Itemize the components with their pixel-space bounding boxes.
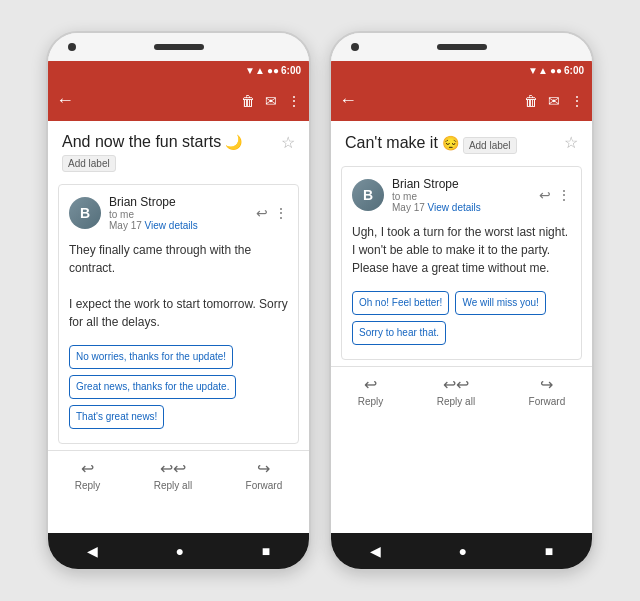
archive-button-1[interactable]: ✉ xyxy=(265,93,277,109)
nav-back-2[interactable]: ◀ xyxy=(370,543,381,559)
nav-recents-1[interactable]: ■ xyxy=(262,543,270,559)
reply-all-icon-1: ↩↩ xyxy=(160,459,186,478)
reply-all-label-1: Reply all xyxy=(154,480,192,491)
message-body-2: Ugh, I took a turn for the worst last ni… xyxy=(352,219,571,285)
smart-reply-1-0[interactable]: No worries, thanks for the update! xyxy=(69,345,233,369)
reply-all-label-2: Reply all xyxy=(437,396,475,407)
email-header-1: And now the fun starts 🌙 Add label ☆ xyxy=(48,121,309,178)
subject-area-2: Can't make it 😔 Add label xyxy=(345,133,517,154)
forward-button-1[interactable]: ↪ Forward xyxy=(246,459,283,491)
toolbar-actions-2: 🗑 ✉ ⋮ xyxy=(524,93,584,109)
more-button-2[interactable]: ⋮ xyxy=(570,93,584,109)
reply-all-button-2[interactable]: ↩↩ Reply all xyxy=(437,375,475,407)
subject-row-2: Can't make it 😔 Add label xyxy=(345,133,517,154)
reply-icon-btn-1: ↩ xyxy=(81,459,94,478)
nav-back-1[interactable]: ◀ xyxy=(87,543,98,559)
sender-row-1: B Brian Strope to me May 17 View details xyxy=(69,195,288,231)
nav-recents-2[interactable]: ■ xyxy=(545,543,553,559)
nav-home-1[interactable]: ● xyxy=(176,543,184,559)
nav-bar-1: ◀ ● ■ xyxy=(48,533,309,569)
reply-button-1[interactable]: ↩ Reply xyxy=(75,459,101,491)
message-card-2: B Brian Strope to me May 17 View details xyxy=(341,166,582,360)
avatar-img-1: B xyxy=(69,197,101,229)
email-content-1: And now the fun starts 🌙 Add label ☆ B B… xyxy=(48,121,309,533)
reply-icon-btn-2: ↩ xyxy=(364,375,377,394)
sender-name-1: Brian Strope xyxy=(109,195,256,209)
camera-1 xyxy=(68,43,76,51)
reply-all-button-1[interactable]: ↩↩ Reply all xyxy=(154,459,192,491)
smart-reply-2-0[interactable]: Oh no! Feel better! xyxy=(352,291,449,315)
add-label-2[interactable]: Add label xyxy=(463,137,517,154)
time-2: 6:00 xyxy=(564,65,584,76)
message-top-actions-2: ↩ ⋮ xyxy=(539,187,571,203)
sender-date-1: May 17 View details xyxy=(109,220,256,231)
reply-label-2: Reply xyxy=(358,396,384,407)
sender-info-2: Brian Strope to me May 17 View details xyxy=(392,177,539,213)
view-details-2[interactable]: View details xyxy=(428,202,481,213)
sender-date-2: May 17 View details xyxy=(392,202,539,213)
message-more-2[interactable]: ⋮ xyxy=(557,187,571,203)
wifi-icon-2: ▼▲ xyxy=(528,65,548,76)
sender-to-1: to me xyxy=(109,209,256,220)
bottom-actions-2: ↩ Reply ↩↩ Reply all ↪ Forward xyxy=(331,366,592,413)
delete-button-2[interactable]: 🗑 xyxy=(524,93,538,109)
smart-reply-1-2[interactable]: That's great news! xyxy=(69,405,164,429)
nav-home-2[interactable]: ● xyxy=(459,543,467,559)
message-card-1: B Brian Strope to me May 17 View details xyxy=(58,184,299,444)
avatar-2: B xyxy=(352,179,384,211)
toolbar-actions-1: 🗑 ✉ ⋮ xyxy=(241,93,301,109)
star-icon-2[interactable]: ☆ xyxy=(564,133,578,152)
status-icons-1: ▼▲ ●● 6:00 xyxy=(245,65,301,76)
add-label-1[interactable]: Add label xyxy=(62,155,116,172)
status-bar-2: ▼▲ ●● 6:00 xyxy=(331,61,592,81)
sender-name-2: Brian Strope xyxy=(392,177,539,191)
avatar-img-2: B xyxy=(352,179,384,211)
email-subject-2: Can't make it xyxy=(345,134,438,152)
nav-bar-2: ◀ ● ■ xyxy=(331,533,592,569)
phone-1: ▼▲ ●● 6:00 ← 🗑 ✉ ⋮ And now the fun start… xyxy=(46,31,311,571)
back-button-1[interactable]: ← xyxy=(56,90,74,111)
email-subject-1: And now the fun starts xyxy=(62,133,221,151)
phone-2: ▼▲ ●● 6:00 ← 🗑 ✉ ⋮ Can't make it 😔 Add l… xyxy=(329,31,594,571)
more-button-1[interactable]: ⋮ xyxy=(287,93,301,109)
forward-button-2[interactable]: ↪ Forward xyxy=(529,375,566,407)
subject-emoji-1: 🌙 xyxy=(225,134,242,150)
speaker-1 xyxy=(154,44,204,50)
subject-emoji-2: 😔 xyxy=(442,135,459,151)
smart-reply-1-1[interactable]: Great news, thanks for the update. xyxy=(69,375,236,399)
phone-top-bar-2 xyxy=(331,33,592,61)
view-details-1[interactable]: View details xyxy=(145,220,198,231)
camera-2 xyxy=(351,43,359,51)
forward-icon-1: ↪ xyxy=(257,459,270,478)
message-body-1: They finally came through with the contr… xyxy=(69,237,288,339)
star-icon-1[interactable]: ☆ xyxy=(281,133,295,152)
bottom-actions-1: ↩ Reply ↩↩ Reply all ↪ Forward xyxy=(48,450,309,497)
message-top-actions-1: ↩ ⋮ xyxy=(256,205,288,221)
delete-button-1[interactable]: 🗑 xyxy=(241,93,255,109)
signal-icon: ●● xyxy=(267,65,279,76)
signal-icon-2: ●● xyxy=(550,65,562,76)
smart-reply-2-1[interactable]: We will miss you! xyxy=(455,291,546,315)
smart-replies-1: No worries, thanks for the update! Great… xyxy=(69,339,288,433)
email-content-2: Can't make it 😔 Add label ☆ B Brian Stro… xyxy=(331,121,592,533)
reply-icon-1[interactable]: ↩ xyxy=(256,205,268,221)
back-button-2[interactable]: ← xyxy=(339,90,357,111)
wifi-icon: ▼▲ xyxy=(245,65,265,76)
email-header-2: Can't make it 😔 Add label ☆ xyxy=(331,121,592,160)
reply-button-2[interactable]: ↩ Reply xyxy=(358,375,384,407)
forward-label-2: Forward xyxy=(529,396,566,407)
smart-reply-2-2[interactable]: Sorry to hear that. xyxy=(352,321,446,345)
subject-area-1: And now the fun starts 🌙 Add label xyxy=(62,133,242,172)
speaker-2 xyxy=(437,44,487,50)
avatar-1: B xyxy=(69,197,101,229)
smart-replies-2: Oh no! Feel better! We will miss you! So… xyxy=(352,285,571,349)
toolbar-1: ← 🗑 ✉ ⋮ xyxy=(48,81,309,121)
forward-icon-2: ↪ xyxy=(540,375,553,394)
status-icons-2: ▼▲ ●● 6:00 xyxy=(528,65,584,76)
reply-icon-2[interactable]: ↩ xyxy=(539,187,551,203)
archive-button-2[interactable]: ✉ xyxy=(548,93,560,109)
message-more-1[interactable]: ⋮ xyxy=(274,205,288,221)
phone-top-bar-1 xyxy=(48,33,309,61)
time-1: 6:00 xyxy=(281,65,301,76)
subject-row-1: And now the fun starts 🌙 xyxy=(62,133,242,151)
